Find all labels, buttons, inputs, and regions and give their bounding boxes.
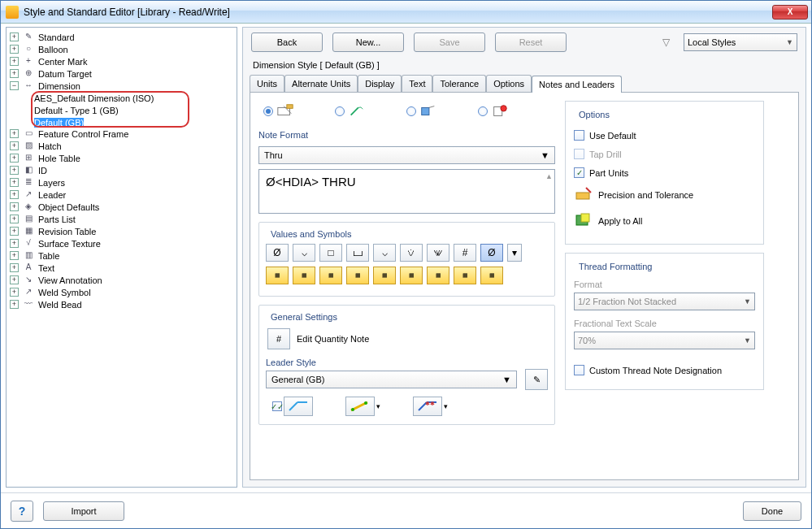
sym-sface[interactable]: ⩖ (427, 244, 449, 262)
sym-y7[interactable]: ▦ (427, 267, 449, 284)
tree-item-fcf[interactable]: +▭Feature Control Frame (8, 128, 235, 140)
radio-thread-note[interactable] (335, 104, 366, 119)
chevron-down-icon: ▼ (744, 297, 751, 306)
sym-square[interactable]: □ (319, 244, 342, 262)
svg-rect-17 (581, 214, 589, 222)
sym-selected-diameter[interactable]: Ø (480, 244, 503, 262)
sym-cdrill[interactable]: ⩒ (400, 244, 423, 262)
tab-options[interactable]: Options (486, 75, 532, 92)
tree-item-hole-table[interactable]: +⊞Hole Table (8, 152, 235, 164)
sym-y3[interactable]: ▦ (319, 267, 342, 284)
sym-more[interactable]: ▾ (507, 244, 522, 262)
note-format-combo[interactable]: Thru ▼ (258, 146, 555, 164)
sym-csink[interactable]: ⌵ (373, 244, 396, 262)
sym-y8[interactable]: ▦ (454, 267, 476, 284)
tab-alt-units[interactable]: Alternate Units (284, 75, 358, 92)
sym-depth[interactable]: ⌵ (293, 244, 315, 262)
options-group: Options Use Default Tap Drill Part Units… (565, 101, 764, 245)
sym-y4[interactable]: ▦ (346, 267, 369, 284)
symbol-row-2: ▦ ▦ ▦ ▦ ▦ ▦ ▦ ▦ ▦ (266, 267, 548, 284)
tree-item-parts-list[interactable]: +▤Parts List (8, 213, 235, 225)
leader-multi-icon: ✱✱ (413, 397, 442, 416)
tab-display[interactable]: Display (358, 75, 402, 92)
tab-units[interactable]: Units (250, 75, 284, 92)
filter-value: Local Styles (688, 37, 736, 47)
tree-item-balloon[interactable]: +○Balloon (8, 43, 235, 55)
leader-single-icon (284, 397, 313, 416)
leader-style-edit-button[interactable]: ✎ (525, 369, 548, 390)
svg-text:✱✱: ✱✱ (425, 401, 435, 406)
tree-item-center-mark[interactable]: ++Center Mark (8, 55, 235, 67)
sym-y5[interactable]: ▦ (373, 267, 396, 284)
tree-item-surface-texture[interactable]: +√Surface Texture (8, 237, 235, 249)
edit-quantity-button[interactable]: # (267, 328, 290, 349)
filter-combo[interactable]: Local Styles ▼ (684, 33, 797, 51)
done-button[interactable]: Done (743, 501, 801, 521)
sym-y2[interactable]: ▦ (293, 267, 315, 284)
sym-y9[interactable]: ▦ (480, 267, 503, 284)
leader-style-combo[interactable]: General (GB) ▼ (266, 371, 517, 388)
sym-diameter[interactable]: Ø (266, 244, 289, 262)
tree-item-datum-target[interactable]: +⊕Datum Target (8, 67, 235, 80)
tree-item-revision-table[interactable]: +▦Revision Table (8, 225, 235, 237)
style-tree[interactable]: +✎Standard +○Balloon ++Center Mark +⊕Dat… (6, 27, 237, 488)
opt-apply-all[interactable]: Apply to All (574, 208, 755, 234)
sym-y1[interactable]: ▦ (266, 267, 289, 284)
tree-item-hatch[interactable]: +▨Hatch (8, 140, 235, 152)
tree-item-text[interactable]: +AText (8, 262, 235, 274)
sym-y6[interactable]: ▦ (400, 267, 423, 284)
tree-item-dimension[interactable]: −↔Dimension (8, 80, 235, 92)
editor-pane: Back New... Save Reset ▽ Local Styles ▼ … (242, 27, 806, 488)
tree-item-layers[interactable]: +≣Layers (8, 176, 235, 189)
opt-part-units[interactable]: Part Units (574, 163, 755, 182)
leader-opt-3[interactable]: ✱✱▾ (413, 397, 448, 416)
svg-line-7 (289, 402, 297, 410)
radio-punch-note[interactable] (478, 104, 509, 119)
tab-tolerance[interactable]: Tolerance (432, 75, 486, 92)
tab-text[interactable]: Text (402, 75, 432, 92)
opt-custom-thread[interactable]: Custom Thread Note Designation (574, 361, 755, 379)
tree-item-id[interactable]: +◧ID (8, 164, 235, 176)
thread-format-value: 1/2 Fraction Not Stacked (578, 297, 676, 306)
svg-line-4 (429, 106, 434, 108)
note-format-body: Ø<HDIA> THRU (266, 175, 356, 189)
tab-notes-leaders[interactable]: Notes and Leaders (532, 76, 622, 93)
import-button[interactable]: Import (43, 501, 124, 521)
back-button[interactable]: Back (251, 33, 323, 52)
chamfer-note-icon (419, 104, 437, 119)
sym-cbore[interactable]: ⌴ (346, 244, 369, 262)
radio-chamfer-note[interactable] (406, 104, 437, 119)
new-button[interactable]: New... (332, 33, 404, 52)
tree-item-dim-aes[interactable]: AES_Default Dimension (ISO) (8, 92, 235, 104)
tree-item-view-annotation[interactable]: +↘View Annotation (8, 274, 235, 286)
note-type-radios (258, 101, 555, 124)
svg-point-10 (351, 408, 354, 411)
tree-item-dim-type1[interactable]: Default - Type 1 (GB) (8, 104, 235, 116)
scroll-up-icon[interactable]: ▲ (545, 172, 553, 180)
thread-note-icon (348, 104, 366, 119)
help-button[interactable]: ? (11, 501, 33, 522)
tree-item-weld-bead[interactable]: +〰Weld Bead (8, 298, 235, 310)
leader-yellow-icon (345, 397, 375, 416)
app-icon (6, 6, 19, 19)
reset-button[interactable]: Reset (495, 33, 567, 52)
radio-hole-note[interactable] (263, 104, 294, 119)
tree-item-dim-gb[interactable]: Default (GB) (8, 116, 235, 128)
leader-opt-1[interactable]: ✓ (272, 397, 313, 416)
svg-rect-2 (287, 105, 293, 109)
note-format-editor[interactable]: Ø<HDIA> THRU ▲ (258, 169, 555, 214)
opt-precision[interactable]: Precision and Tolerance (574, 182, 755, 208)
svg-rect-15 (576, 193, 589, 199)
tree-item-table[interactable]: +▥Table (8, 249, 235, 262)
tree-item-standard[interactable]: +✎Standard (8, 31, 235, 43)
close-button[interactable]: X (772, 5, 808, 20)
thread-scale-label: Fractional Text Scale (574, 319, 755, 328)
tree-item-weld-symbol[interactable]: +↗Weld Symbol (8, 286, 235, 298)
tree-item-obj-defaults[interactable]: +◈Object Defaults (8, 201, 235, 213)
sym-hash[interactable]: # (454, 244, 476, 262)
tree-item-leader[interactable]: +↗Leader (8, 189, 235, 201)
leader-opt-2[interactable]: ▾ (345, 397, 380, 416)
opt-use-default[interactable]: Use Default (574, 126, 755, 145)
save-button[interactable]: Save (414, 33, 485, 52)
leader-style-label: Leader Style (266, 356, 548, 369)
